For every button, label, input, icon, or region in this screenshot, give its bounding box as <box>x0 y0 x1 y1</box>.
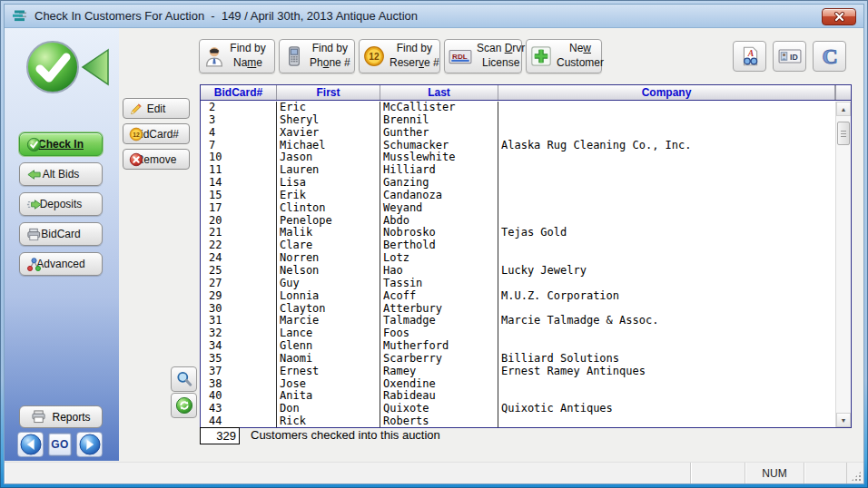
table-row[interactable]: 21MalikNobroskoTejas Gold <box>201 227 835 239</box>
find-text-button[interactable]: A <box>733 41 766 72</box>
table-row[interactable]: 30ClaytonAtterbury <box>201 303 835 316</box>
table-row[interactable]: 31MarcieTalmadgeMarcie Talmadge & Assoc. <box>201 315 835 327</box>
table-row[interactable]: 32LanceFoos <box>201 327 835 340</box>
sidebar-item-check-in[interactable]: Check In <box>19 132 103 156</box>
table-row[interactable]: 20PenelopeAbdo <box>201 215 835 228</box>
reports-button[interactable]: Reports <box>19 405 103 428</box>
sidebar-item-advanced[interactable]: Advanced <box>19 252 103 276</box>
company-cell <box>498 278 835 290</box>
bidcard-cell: 10 <box>201 151 277 164</box>
go-button[interactable]: GO <box>48 433 72 456</box>
close-button[interactable] <box>822 8 856 25</box>
table-row[interactable]: 29LonniaAcoffM.U.Z. Corporation <box>201 290 835 303</box>
svg-text:12: 12 <box>133 132 140 138</box>
bidcard-cell: 37 <box>201 366 277 378</box>
svg-text:A: A <box>746 48 754 58</box>
table-row[interactable]: 3SherylBrennil <box>201 114 835 127</box>
bidcard-cell: 40 <box>201 390 277 403</box>
company-cell <box>498 327 835 340</box>
search-button[interactable] <box>171 366 197 392</box>
table-row[interactable]: 35NaomiScarberryBilliard Solutions <box>201 353 835 366</box>
table-row[interactable]: 40AnitaRabideau <box>201 390 835 403</box>
bidcard-cell: 2 <box>201 102 277 114</box>
table-row[interactable]: 25NelsonHaoLucky Jewelry <box>201 265 835 278</box>
column-header-company[interactable]: Company <box>498 85 835 100</box>
num-lock-indicator: NUM <box>745 463 804 483</box>
last-cell: Mutherford <box>380 340 498 353</box>
first-cell: Ernest <box>277 366 380 378</box>
table-row[interactable]: 10JasonMusslewhite <box>201 151 835 164</box>
svg-text:ID: ID <box>790 53 798 62</box>
find-by-reserve-button[interactable]: 12 Find by Reserve # <box>359 39 440 73</box>
table-row[interactable]: 4XavierGunther <box>201 127 835 140</box>
column-header-bidcard[interactable]: BidCard# <box>201 85 277 100</box>
table-row[interactable]: 34GlennMutherford <box>201 340 835 353</box>
sidebar-item-label: Advanced <box>36 258 84 270</box>
bidcard-cell: 27 <box>201 278 277 290</box>
bidcard-cell: 20 <box>201 215 277 228</box>
table-row[interactable]: 44RickRoberts <box>201 415 835 427</box>
scan-driver-license-button[interactable]: RDL Scan Drvr License <box>444 39 522 73</box>
scrollbar-thumb[interactable] <box>837 122 850 145</box>
find-by-name-button[interactable]: Find by Name <box>199 39 275 73</box>
bidcard-cell: 3 <box>201 114 277 127</box>
record-navigation: GO <box>17 432 103 457</box>
table-row[interactable]: 2EricMcCallister <box>201 102 835 114</box>
refresh-icon <box>175 396 193 415</box>
bidcard-printer-icon <box>26 227 42 242</box>
first-cell: Malik <box>277 227 380 239</box>
first-cell: Lance <box>277 327 380 340</box>
table-row[interactable]: 37ErnestRameyErnest Ramey Antinques <box>201 366 835 378</box>
column-header-last[interactable]: Last <box>380 85 498 100</box>
scroll-up-button[interactable]: ▲ <box>836 102 851 116</box>
sidebar-item-bidcard[interactable]: BidCard <box>19 222 103 246</box>
sidebar-item-deposits[interactable]: Deposits <box>19 192 103 216</box>
edit-button[interactable]: Edit <box>123 98 190 119</box>
remove-button[interactable]: Remove <box>123 149 190 170</box>
titlebar[interactable]: Check In Customers For Auction - 149 / A… <box>5 5 863 28</box>
first-cell: Clinton <box>277 202 380 215</box>
status-pane <box>691 463 745 483</box>
table-row[interactable]: 24NorrenLotz <box>201 252 835 265</box>
first-cell: Clare <box>277 239 380 252</box>
next-button[interactable] <box>76 432 103 457</box>
last-cell: Atterbury <box>380 303 498 316</box>
company-cell <box>498 202 835 215</box>
new-customer-button[interactable]: New Customer <box>526 39 602 73</box>
sidebar-item-alt-bids[interactable]: Alt Bids <box>19 162 103 186</box>
table-row[interactable]: 7MichaelSchumackerAlaska Rug Cleaning Co… <box>201 140 835 152</box>
last-cell: Weyand <box>380 202 498 215</box>
table-row[interactable]: 17ClintonWeyand <box>201 202 835 215</box>
table-row[interactable]: 15ErikCandanoza <box>201 190 835 202</box>
table-row[interactable]: 11LaurenHilliard <box>201 164 835 177</box>
company-cell: Marcie Talmadge & Assoc. <box>498 315 835 327</box>
rdl-card-icon: RDL <box>449 44 472 68</box>
bidcard-number-button[interactable]: 12 BidCard# <box>123 123 190 144</box>
deposit-arrow-icon <box>26 197 42 212</box>
vertical-scrollbar[interactable]: ▲ ▼ <box>835 102 851 427</box>
first-cell: Erik <box>277 190 380 202</box>
company-cell: Lucky Jewelry <box>498 265 835 278</box>
company-cell <box>498 378 835 391</box>
table-row[interactable]: 22ClareBerthold <box>201 239 835 252</box>
reserve-number-badge-icon: 12 <box>363 44 385 68</box>
table-row[interactable]: 43DonQuixoteQuixotic Antiques <box>201 403 835 415</box>
refresh-button[interactable] <box>171 393 197 418</box>
table-row[interactable]: 27GuyTassin <box>201 278 835 290</box>
table-row[interactable]: 38JoseOxendine <box>201 378 835 391</box>
resize-grip[interactable] <box>847 463 863 483</box>
status-pane <box>804 463 847 483</box>
last-cell: Hao <box>380 265 498 278</box>
company-cell: Billiard Solutions <box>498 353 835 366</box>
last-cell: Foos <box>380 327 498 340</box>
column-header-first[interactable]: First <box>277 85 380 100</box>
prev-button[interactable] <box>17 432 44 457</box>
id-card-button[interactable]: ID <box>773 41 806 72</box>
table-row[interactable]: 14LisaGanzing <box>201 177 835 190</box>
scan-driver-license-label: Scan Drvr License <box>474 42 528 70</box>
last-cell: Oxendine <box>380 378 498 391</box>
checked-in-count-label: Customers checked into this auction <box>251 428 440 442</box>
c-logo-button[interactable]: C <box>813 41 846 72</box>
find-by-phone-button[interactable]: Find by Phone # <box>279 39 355 73</box>
scroll-down-button[interactable]: ▼ <box>836 413 851 427</box>
